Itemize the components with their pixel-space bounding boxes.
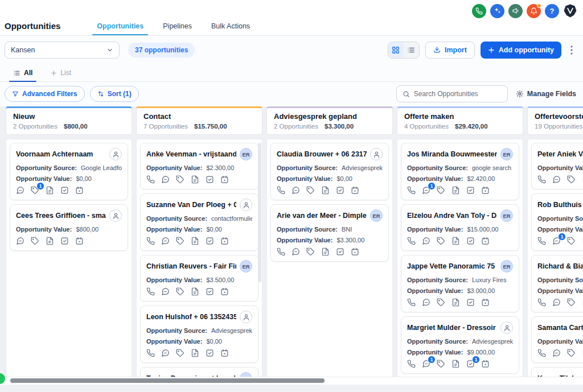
phone-icon[interactable] [407, 360, 416, 369]
tab-all[interactable]: All [11, 69, 34, 81]
owner-avatar[interactable]: ER [500, 209, 513, 222]
tag-icon[interactable] [306, 186, 315, 195]
task-icon[interactable] [206, 287, 215, 296]
chat-icon[interactable] [161, 175, 170, 184]
phone-icon[interactable] [472, 4, 486, 18]
calendar-icon[interactable] [220, 287, 229, 296]
tag-icon[interactable] [567, 237, 576, 246]
opportunity-card[interactable]: Rob Bulthuis + 0Opportunity Source:Oppor… [531, 193, 583, 251]
owner-avatar[interactable]: ER [240, 148, 252, 160]
chat-icon[interactable] [422, 298, 431, 307]
file-icon[interactable] [46, 237, 55, 246]
file-icon[interactable] [451, 186, 461, 195]
opportunity-card[interactable]: Peter Aniek Vd HOpportunity Value: [531, 143, 583, 189]
tag-icon[interactable] [437, 237, 446, 246]
list-view-button[interactable] [404, 42, 419, 58]
file-icon[interactable] [451, 237, 461, 246]
opportunity-card[interactable]: Samanta CartonOpportunity Value: [531, 316, 583, 363]
add-list-tab[interactable]: List [49, 69, 73, 81]
grid-view-button[interactable] [388, 42, 404, 58]
task-icon[interactable] [336, 186, 345, 195]
calendar-icon[interactable] [220, 175, 229, 184]
opportunity-card[interactable]: Claudia Brouwer + 06 23172608Opportunity… [270, 143, 389, 200]
assign-user-icon[interactable] [109, 209, 122, 222]
phone-icon[interactable] [407, 298, 416, 307]
opportunity-card[interactable]: Jos Miranda Bouwmeester - In...EROpportu… [401, 143, 519, 200]
tag-icon[interactable] [176, 287, 185, 296]
opportunity-card[interactable]: Anke Veenman - vrijstaande k...EROpportu… [140, 143, 258, 189]
phone-icon[interactable] [407, 237, 416, 246]
chat-icon[interactable]: 1 [422, 360, 431, 369]
sparkles-icon[interactable] [490, 4, 504, 18]
file-icon[interactable] [321, 186, 330, 195]
tag-icon[interactable] [567, 298, 576, 307]
tag-icon[interactable] [437, 298, 446, 307]
file-icon[interactable] [191, 237, 200, 246]
chat-icon[interactable] [552, 298, 561, 307]
assign-user-icon[interactable] [109, 148, 122, 160]
phone-icon[interactable] [537, 237, 547, 246]
opportunity-card[interactable]: Leon Hulshof + 06 13524352Opportunity So… [140, 306, 258, 363]
phone-icon[interactable] [537, 349, 547, 358]
chat-icon[interactable] [161, 349, 170, 358]
opportunity-card[interactable]: Jappe Vette Panoramic 75EROpportunity So… [401, 255, 519, 312]
horizontal-scrollbar-thumb[interactable] [10, 378, 325, 383]
assign-user-icon[interactable] [240, 199, 252, 211]
chat-icon[interactable] [16, 186, 25, 195]
bell-icon[interactable] [527, 4, 541, 18]
calendar-icon[interactable] [481, 186, 490, 195]
assign-user-icon[interactable] [500, 321, 513, 334]
chat-icon[interactable] [292, 247, 301, 257]
vertical-scrollbar-thumb[interactable] [258, 143, 261, 282]
opportunity-card[interactable]: Christian Reuvers - Fair Fires T...EROpp… [140, 255, 258, 302]
more-options-icon[interactable] [567, 42, 576, 58]
opportunity-card[interactable]: Margriet Mulder - Dressoir met...Opportu… [401, 316, 519, 374]
task-icon[interactable] [60, 237, 69, 246]
help-icon[interactable]: ? [545, 4, 559, 18]
owner-avatar[interactable]: ER [240, 372, 252, 377]
owner-avatar[interactable]: ER [500, 148, 513, 160]
opportunity-card[interactable]: Tanja - Dressoir met haardEROpportunity … [140, 367, 258, 377]
tab-bulk-actions[interactable]: Bulk Actions [210, 22, 251, 35]
calendar-icon[interactable] [75, 186, 84, 195]
chat-icon[interactable] [161, 237, 170, 246]
calendar-icon[interactable] [220, 349, 229, 358]
chat-icon[interactable] [552, 349, 561, 358]
chat-icon[interactable] [552, 175, 561, 184]
assign-user-icon[interactable] [240, 311, 252, 323]
advanced-filters-button[interactable]: Advanced Filters [5, 86, 85, 102]
task-icon[interactable] [466, 298, 475, 307]
tag-icon[interactable] [176, 237, 185, 246]
opportunity-card[interactable]: Elzelou Andre Van Toly - Dress...EROppor… [401, 204, 519, 251]
file-icon[interactable] [451, 298, 461, 307]
opportunity-card[interactable]: Voornaam AchternaamOpportunity Source:Go… [10, 143, 128, 200]
calendar-icon[interactable] [220, 237, 229, 246]
opportunity-card[interactable]: Suzanne Van Der Ploeg + 06 2...Opportuni… [140, 193, 258, 251]
brand-logo-icon[interactable] [563, 4, 577, 18]
owner-avatar[interactable]: ER [370, 209, 383, 222]
tag-icon[interactable] [567, 349, 576, 358]
search-input[interactable] [414, 90, 499, 98]
sort-button[interactable]: Sort (1) [90, 86, 139, 102]
chat-icon[interactable] [422, 237, 431, 246]
phone-icon[interactable] [407, 186, 416, 195]
opportunity-card[interactable]: Arie van der Meer - Dimplex 3-...EROppor… [270, 204, 389, 262]
phone-icon[interactable] [537, 175, 547, 184]
chat-icon[interactable]: 1 [552, 237, 561, 246]
calendar-icon[interactable] [481, 298, 490, 307]
tag-icon[interactable] [306, 247, 315, 257]
calendar-icon[interactable] [481, 237, 490, 246]
task-icon[interactable] [466, 186, 475, 195]
task-icon[interactable] [206, 237, 215, 246]
file-icon[interactable] [191, 175, 200, 184]
opportunity-card[interactable]: Cees Trees Griffioen - smalle h...Opport… [10, 204, 128, 251]
pipeline-select[interactable]: Kansen [5, 42, 120, 59]
chat-icon[interactable] [292, 186, 301, 195]
calendar-icon[interactable] [75, 237, 84, 246]
tab-opportunities[interactable]: Opportunities [96, 22, 145, 35]
opportunity-card[interactable]: Karen Tilch - CirOpportunity Source: [531, 367, 583, 377]
tag-icon[interactable] [567, 175, 576, 184]
file-icon[interactable] [321, 247, 330, 257]
tag-icon[interactable] [437, 186, 446, 195]
phone-icon[interactable] [146, 175, 155, 184]
